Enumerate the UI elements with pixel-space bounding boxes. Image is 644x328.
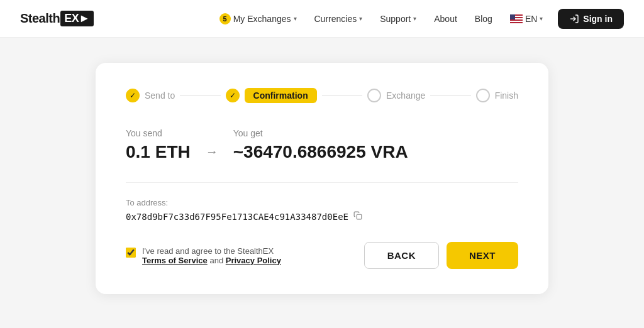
svg-rect-3 <box>510 21 523 22</box>
terms-text: I've read and agree to the StealthEX Ter… <box>142 246 281 265</box>
nav-about-label: About <box>434 14 457 24</box>
footer-row: I've read and agree to the StealthEX Ter… <box>126 242 518 269</box>
logo-stealth-text: Stealth <box>20 11 60 26</box>
currencies-chevron-icon: ▾ <box>359 15 362 22</box>
exchanges-badge: 5 <box>219 13 231 25</box>
svg-rect-4 <box>510 14 515 19</box>
logo-ex-text: EX► <box>60 11 93 26</box>
step4-label: Finish <box>495 90 518 101</box>
back-button[interactable]: BACK <box>364 242 439 269</box>
nav-support[interactable]: Support ▾ <box>372 10 424 28</box>
step-exchange: Exchange <box>367 89 425 102</box>
nav-blog[interactable]: Blog <box>467 10 500 28</box>
terms-checkbox[interactable] <box>126 248 136 258</box>
confirmation-card: ✓ Send to ✓ Confirmation Exchange Finish <box>96 63 548 294</box>
stepper: ✓ Send to ✓ Confirmation Exchange Finish <box>126 88 518 103</box>
action-buttons: BACK NEXT <box>364 242 518 269</box>
step-line-1 <box>180 96 220 96</box>
exchange-summary: You send 0.1 ETH → You get ~36470.686692… <box>126 128 518 162</box>
svg-rect-6 <box>357 214 362 219</box>
sign-in-label: Sign in <box>583 14 613 24</box>
nav-blog-label: Blog <box>475 14 492 24</box>
get-col: You get ~36470.6866925 VRA <box>233 128 408 162</box>
flag-icon <box>510 14 523 23</box>
main-nav: 5 My Exchanges ▾ Currencies ▾ Support ▾ … <box>212 9 624 29</box>
wallet-address: 0x78d9bF7c33d67F95Fe1713CAE4c91A33487d0E… <box>126 212 348 222</box>
step1-circle: ✓ <box>126 89 140 102</box>
nav-currencies[interactable]: Currencies ▾ <box>307 10 370 28</box>
address-label: To address: <box>126 198 518 207</box>
step2-circle: ✓ <box>226 89 240 102</box>
step2-label: Confirmation <box>245 88 317 103</box>
step-line-3 <box>430 96 470 96</box>
logo[interactable]: Stealth EX► <box>20 11 94 26</box>
send-label: You send <box>126 128 191 138</box>
get-amount: ~36470.6866925 VRA <box>233 142 408 162</box>
step1-label: Send to <box>145 90 175 101</box>
step4-circle <box>476 89 490 102</box>
step-send-to: ✓ Send to <box>126 89 175 102</box>
nav-about[interactable]: About <box>426 10 465 28</box>
terms-agreement: I've read and agree to the StealthEX Ter… <box>126 246 281 265</box>
language-chevron-icon: ▾ <box>540 15 543 22</box>
address-section: To address: 0x78d9bF7c33d67F95Fe1713CAE4… <box>126 182 518 222</box>
send-amount: 0.1 ETH <box>126 142 191 162</box>
terms-of-service-link[interactable]: Terms of Service <box>142 256 208 265</box>
support-chevron-icon: ▾ <box>413 15 416 22</box>
sign-in-icon <box>569 14 579 24</box>
get-label: You get <box>233 128 408 138</box>
nav-language-label: EN <box>525 14 537 24</box>
address-value-row: 0x78d9bF7c33d67F95Fe1713CAE4c91A33487d0E… <box>126 211 518 222</box>
my-exchanges-chevron-icon: ▾ <box>294 15 297 22</box>
step3-circle <box>367 89 381 102</box>
nav-support-label: Support <box>380 14 411 24</box>
step3-label: Exchange <box>386 90 425 101</box>
step-line-2 <box>322 96 362 96</box>
next-button[interactable]: NEXT <box>447 242 518 269</box>
sign-in-button[interactable]: Sign in <box>558 9 624 29</box>
privacy-policy-link[interactable]: Privacy Policy <box>226 256 281 265</box>
nav-my-exchanges[interactable]: 5 My Exchanges ▾ <box>212 9 304 28</box>
exchange-arrow-icon: → <box>206 145 218 159</box>
nav-language[interactable]: EN ▾ <box>502 10 550 28</box>
nav-currencies-label: Currencies <box>314 14 357 24</box>
send-col: You send 0.1 ETH <box>126 128 191 162</box>
step-finish: Finish <box>476 89 518 102</box>
nav-my-exchanges-label: My Exchanges <box>233 14 291 24</box>
copy-address-icon[interactable] <box>353 211 362 222</box>
step-confirmation: ✓ Confirmation <box>226 88 317 103</box>
